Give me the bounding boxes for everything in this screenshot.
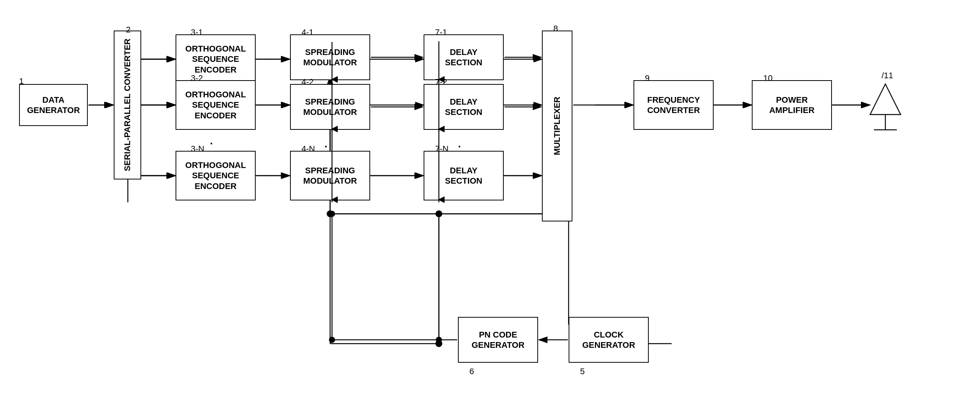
ose1-block: ORTHOGONALSEQUENCEENCODER <box>176 34 256 84</box>
serial-parallel-label: SERIAL-PARALLEL CONVERTER <box>122 39 132 171</box>
clock-gen-number: 5 <box>580 367 585 376</box>
antenna-number: /11 <box>882 71 893 81</box>
multiplexer-block: MULTIPLEXER <box>542 31 572 221</box>
data-generator-label: DATAGENERATOR <box>27 95 80 116</box>
ose1-label: ORTHOGONALSEQUENCEENCODER <box>185 44 246 75</box>
smN-block: SPREADINGMODULATOR <box>290 151 370 200</box>
pn-code-number: 6 <box>469 367 474 376</box>
ose2-number: 3-2 <box>191 73 203 83</box>
dsN-number: 7-N <box>435 144 448 154</box>
dsN-label: DELAYSECTION <box>445 165 482 186</box>
data-generator-number: 1 <box>19 76 24 86</box>
pn-code-label: PN CODEGENERATOR <box>472 330 525 351</box>
power-amplifier-label: POWERAMPLIFIER <box>769 95 815 116</box>
ds2-block: DELAYSECTION <box>424 84 504 130</box>
multiplexer-number: 8 <box>553 24 558 34</box>
oseN-label: ORTHOGONALSEQUENCEENCODER <box>185 160 246 192</box>
ose2-label: ORTHOGONALSEQUENCEENCODER <box>185 89 246 121</box>
ose1-number: 3-1 <box>191 27 203 37</box>
antenna-icon <box>862 76 908 134</box>
sm2-block: SPREADINGMODULATOR <box>290 84 370 130</box>
power-amplifier-number: 10 <box>763 73 772 83</box>
freq-converter-block: FREQUENCYCONVERTER <box>633 80 714 130</box>
sm2-label: SPREADINGMODULATOR <box>303 97 357 118</box>
clock-gen-label: CLOCKGENERATOR <box>582 330 635 351</box>
sm2-number: 4-2 <box>301 77 314 87</box>
ose2-block: ORTHOGONALSEQUENCEENCODER <box>176 80 256 130</box>
svg-point-74 <box>329 211 335 217</box>
power-amplifier-block: POWERAMPLIFIER <box>752 80 832 130</box>
svg-point-40 <box>435 210 442 217</box>
multiplexer-label: MULTIPLEXER <box>552 97 562 155</box>
freq-converter-label: FREQUENCYCONVERTER <box>647 95 700 116</box>
svg-point-75 <box>436 211 442 217</box>
svg-point-33 <box>435 340 442 347</box>
sm1-label: SPREADINGMODULATOR <box>303 47 357 68</box>
freq-converter-number: 9 <box>645 73 650 83</box>
ds1-number: 7-1 <box>435 27 447 37</box>
svg-point-69 <box>436 337 442 343</box>
smN-number: 4-N <box>301 144 315 154</box>
serial-parallel-block: SERIAL-PARALLEL CONVERTER <box>114 31 141 179</box>
svg-point-70 <box>329 337 335 343</box>
svg-point-34 <box>327 210 334 217</box>
smN-label: SPREADINGMODULATOR <box>303 165 357 186</box>
svg-marker-45 <box>870 84 901 115</box>
ds1-label: DELAYSECTION <box>445 47 482 68</box>
ds1-block: DELAYSECTION <box>424 34 504 80</box>
sm1-block: SPREADINGMODULATOR <box>290 34 370 80</box>
oseN-block: ORTHOGONALSEQUENCEENCODER <box>176 151 256 200</box>
oseN-number: 3-N <box>191 144 204 154</box>
serial-parallel-number: 2 <box>126 25 131 35</box>
sm1-number: 4-1 <box>301 27 314 37</box>
data-generator-block: DATAGENERATOR <box>19 84 88 126</box>
pn-code-block: PN CODEGENERATOR <box>458 317 538 363</box>
clock-gen-block: CLOCKGENERATOR <box>569 317 649 363</box>
ds2-label: DELAYSECTION <box>445 97 482 118</box>
dsN-block: DELAYSECTION <box>424 151 504 200</box>
ds2-number: 7-2 <box>435 77 447 87</box>
